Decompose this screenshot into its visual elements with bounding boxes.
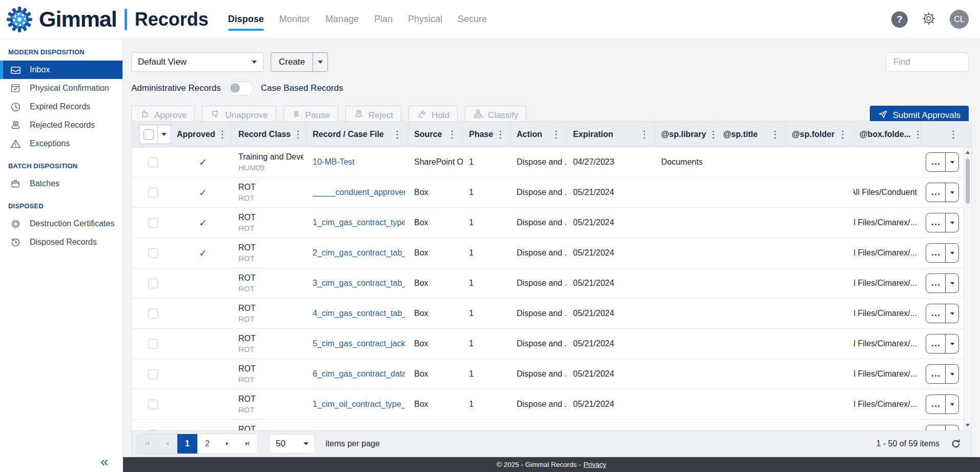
record-file-link[interactable]: 2_cim_gas_contract_tab_dis... xyxy=(313,248,405,258)
record-file-link[interactable]: 1_cim_gas_contract_type_cr... xyxy=(313,218,405,227)
row-checkbox[interactable] xyxy=(148,369,158,379)
row-menu-button[interactable] xyxy=(926,183,959,202)
first-page-button[interactable] xyxy=(137,434,157,454)
nav-tab-plan[interactable]: Plan xyxy=(374,11,393,28)
nav-tab-monitor[interactable]: Monitor xyxy=(279,11,310,28)
row-menu-button[interactable] xyxy=(926,364,959,384)
row-checkbox[interactable] xyxy=(148,430,158,431)
record-file-link[interactable]: 1_cim_oil_contract_type_cre... xyxy=(313,400,405,409)
row-expand-button[interactable] xyxy=(946,335,958,353)
row-checkbox[interactable] xyxy=(148,158,158,167)
sidebar-item-destruction-certificates[interactable]: Destruction Certificates xyxy=(0,214,122,233)
record-file-link[interactable]: 5_cim_gas_contract_jacket.dql xyxy=(313,339,405,348)
column-menu-icon[interactable]: ⋮ xyxy=(946,129,961,140)
nav-tab-secure[interactable]: Secure xyxy=(458,11,487,28)
page-size-select[interactable]: 50 xyxy=(269,434,315,454)
vertical-scrollbar[interactable] xyxy=(964,147,971,430)
ellipsis-icon[interactable] xyxy=(926,395,946,414)
row-checkbox[interactable] xyxy=(148,188,158,198)
nav-tab-physical[interactable]: Physical xyxy=(408,11,442,28)
scroll-down-icon[interactable] xyxy=(964,421,971,429)
sidebar-item-disposed-records[interactable]: Disposed Records xyxy=(0,233,122,251)
scrollbar-thumb[interactable] xyxy=(966,159,970,204)
row-menu-button[interactable] xyxy=(926,243,959,263)
sidebar-item-rejected-records[interactable]: Rejected Records xyxy=(0,116,122,134)
create-button[interactable]: Create xyxy=(271,52,328,72)
privacy-link[interactable]: Privacy xyxy=(584,461,606,468)
ellipsis-icon[interactable] xyxy=(926,335,946,353)
row-checkbox[interactable] xyxy=(148,400,158,409)
sidebar-item-expired-records[interactable]: Expired Records xyxy=(0,97,122,116)
select-all-checkbox[interactable] xyxy=(144,129,154,140)
ellipsis-icon[interactable] xyxy=(926,153,946,171)
ellipsis-icon[interactable] xyxy=(926,244,946,262)
row-expand-button[interactable] xyxy=(946,153,958,171)
column-menu-icon[interactable]: ⋮ xyxy=(911,129,921,140)
ellipsis-icon[interactable] xyxy=(926,274,946,292)
sidebar-item-physical-confirmation[interactable]: Physical Confirmation xyxy=(0,79,122,97)
record-file-link[interactable]: 6_cim_gas_contract_datagri... xyxy=(313,369,405,379)
column-menu-icon[interactable]: ⋮ xyxy=(390,129,404,140)
row-expand-button[interactable] xyxy=(946,425,958,430)
refresh-button[interactable] xyxy=(950,438,962,450)
row-checkbox[interactable] xyxy=(148,218,158,228)
record-file-link[interactable]: 3_cim_gas_contract_tab_dis... xyxy=(313,279,405,288)
record-file-link[interactable]: 10-MB-Test xyxy=(313,158,355,167)
sidebar-item-batches[interactable]: Batches xyxy=(0,174,122,193)
nav-tab-dispose[interactable]: Dispose xyxy=(228,11,264,28)
select-all-dropdown[interactable] xyxy=(157,125,170,144)
column-menu-icon[interactable]: ⋮ xyxy=(493,129,507,140)
column-menu-icon[interactable]: ⋮ xyxy=(706,129,717,140)
row-menu-button[interactable] xyxy=(926,395,959,414)
select-all-widget[interactable] xyxy=(139,125,171,144)
scroll-up-icon[interactable] xyxy=(964,148,971,156)
column-menu-icon[interactable]: ⋮ xyxy=(549,129,563,140)
column-menu-icon[interactable]: ⋮ xyxy=(215,129,230,140)
row-menu-button[interactable] xyxy=(926,152,959,172)
record-type-toggle[interactable] xyxy=(228,81,254,95)
row-expand-button[interactable] xyxy=(946,304,958,323)
prev-page-button[interactable] xyxy=(157,434,177,454)
find-input[interactable] xyxy=(886,52,969,72)
ellipsis-icon[interactable] xyxy=(926,304,946,323)
view-select[interactable]: Default View xyxy=(131,52,263,72)
avatar[interactable]: CL xyxy=(950,10,969,29)
column-menu-icon[interactable]: ⋮ xyxy=(291,129,305,140)
ellipsis-icon[interactable] xyxy=(926,425,946,430)
row-expand-button[interactable] xyxy=(946,395,958,414)
sidebar-item-exceptions[interactable]: Exceptions xyxy=(0,134,122,153)
nav-tab-manage[interactable]: Manage xyxy=(325,11,359,28)
ellipsis-icon[interactable] xyxy=(926,213,946,232)
last-page-button[interactable] xyxy=(237,434,257,454)
settings-button[interactable] xyxy=(920,11,937,28)
column-menu-icon[interactable]: ⋮ xyxy=(637,129,651,140)
column-menu-icon[interactable]: ⋮ xyxy=(445,129,459,140)
row-checkbox[interactable] xyxy=(148,339,158,349)
row-menu-button[interactable] xyxy=(926,304,959,323)
column-menu-icon[interactable]: ⋮ xyxy=(768,129,782,140)
row-checkbox[interactable] xyxy=(148,309,158,319)
record-file-link[interactable]: _____conduent_approvers_... xyxy=(313,188,405,197)
row-checkbox[interactable] xyxy=(148,279,158,288)
record-file-link[interactable]: 4_cim_gas_contract_tab_dis... xyxy=(313,309,405,318)
row-menu-button[interactable] xyxy=(926,334,959,353)
create-dropdown-button[interactable] xyxy=(313,53,328,71)
row-expand-button[interactable] xyxy=(946,365,958,383)
ellipsis-icon[interactable] xyxy=(926,183,946,202)
column-menu-icon[interactable]: ⋮ xyxy=(835,129,850,140)
sidebar-collapse-button[interactable]: « xyxy=(100,454,108,470)
row-expand-button[interactable] xyxy=(946,274,958,292)
row-checkbox[interactable] xyxy=(148,248,158,258)
page-button-1[interactable]: 1 xyxy=(177,434,197,454)
ellipsis-icon[interactable] xyxy=(926,365,946,383)
next-page-button[interactable] xyxy=(217,434,237,454)
page-button-2[interactable]: 2 xyxy=(197,434,217,454)
row-menu-button[interactable] xyxy=(926,273,959,293)
row-expand-button[interactable] xyxy=(946,183,958,202)
row-expand-button[interactable] xyxy=(946,213,958,232)
row-menu-button[interactable] xyxy=(926,425,959,430)
row-expand-button[interactable] xyxy=(946,244,958,262)
row-menu-button[interactable] xyxy=(926,213,959,232)
sidebar-item-inbox[interactable]: Inbox xyxy=(0,61,122,79)
help-button[interactable]: ? xyxy=(891,11,908,28)
